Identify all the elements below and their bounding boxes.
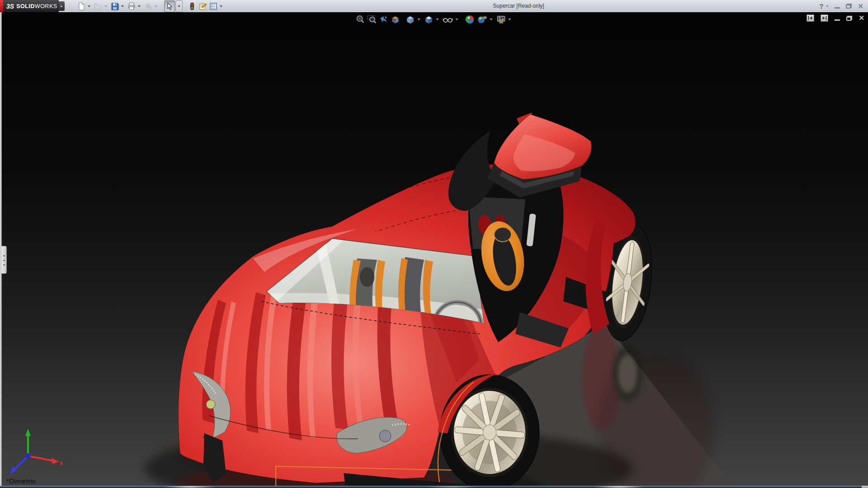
zoom-area-icon <box>367 14 377 24</box>
solidworks-window: 3S SOLIDWORKS ▸ <box>0 0 868 488</box>
triangle-left-icon: ◂ <box>3 263 5 266</box>
zoom-fit-icon <box>355 14 365 24</box>
close-button[interactable]: ✕ <box>858 2 863 10</box>
chevron-down-icon[interactable] <box>509 19 511 20</box>
brand-name: SOLIDWORKS <box>16 3 57 9</box>
open-button[interactable] <box>93 0 109 12</box>
save-floppy-icon <box>110 2 119 11</box>
zoom-to-fit-button[interactable] <box>354 14 366 25</box>
previous-view-button[interactable] <box>378 14 390 25</box>
chevron-down-icon[interactable] <box>456 19 458 20</box>
chevron-down-icon[interactable] <box>826 5 829 7</box>
scene-sphere-flag-icon <box>477 14 488 24</box>
document-title: Supercar [Read-only] <box>476 0 561 12</box>
view-cube-icon <box>406 14 415 24</box>
taskbar-glow <box>425 486 479 488</box>
eyeglasses-icon <box>443 14 453 24</box>
pane-collapse-left-icon <box>808 16 813 20</box>
design-binder-button[interactable] <box>197 0 208 12</box>
options-button[interactable] <box>208 0 225 12</box>
supercar-3d-model[interactable] <box>0 12 868 486</box>
doc-minimize-button[interactable] <box>835 19 840 21</box>
triangle-left-icon: ◂ <box>3 254 5 257</box>
save-button[interactable] <box>109 0 126 12</box>
help-button[interactable]: ? <box>819 2 823 10</box>
select-dropdown[interactable] <box>175 0 183 12</box>
print-button[interactable] <box>126 0 143 12</box>
chevron-down-icon[interactable] <box>490 19 493 20</box>
chevron-down-icon[interactable] <box>138 5 141 7</box>
section-view-button[interactable] <box>390 14 401 25</box>
view-orientation-label: *Dimetric <box>6 477 36 485</box>
y-axis-arrow <box>25 429 31 436</box>
taskbar-edge <box>0 486 868 488</box>
taskbar-glow <box>163 486 217 488</box>
selection-filter-button[interactable] <box>187 0 197 12</box>
doc-restore-button[interactable] <box>846 16 852 21</box>
restore-button[interactable] <box>846 4 852 9</box>
window-controls: ? ✕ <box>819 0 863 12</box>
headsup-view-toolbar <box>354 14 514 25</box>
undo-button[interactable] <box>143 0 160 12</box>
x-axis-arrow <box>52 458 59 464</box>
notebook-pencil-icon <box>198 2 207 11</box>
pane-left-button[interactable] <box>807 14 814 22</box>
view-settings-icon <box>496 14 506 24</box>
chevron-down-icon[interactable] <box>121 5 124 7</box>
title-bar: 3S SOLIDWORKS ▸ <box>0 0 868 13</box>
appearance-sphere-icon <box>465 14 475 24</box>
chevron-down-icon[interactable] <box>178 5 180 7</box>
standard-toolbar <box>76 0 225 12</box>
chevron-down-icon <box>104 5 107 7</box>
pane-right-button[interactable] <box>821 14 828 22</box>
taskbar-glow <box>592 486 646 488</box>
apply-scene-button[interactable] <box>476 14 495 25</box>
3ds-logo-icon: 3S <box>6 3 14 10</box>
hide-show-items-button[interactable] <box>442 14 461 25</box>
new-button[interactable] <box>76 0 93 12</box>
panel-expander-tab[interactable]: ◂ ◂ ◂ <box>1 246 7 274</box>
chevron-down-icon[interactable] <box>220 5 222 7</box>
previous-view-icon <box>379 14 389 24</box>
chevron-down-icon <box>155 5 157 7</box>
edit-appearance-button[interactable] <box>464 14 476 25</box>
display-style-button[interactable] <box>423 14 442 25</box>
x-axis-label: x <box>60 460 63 466</box>
logo-red-stripe <box>0 0 3 12</box>
document-window-controls: ✕ <box>807 14 864 22</box>
view-orientation-button[interactable] <box>405 14 423 25</box>
reference-triad: x <box>6 425 65 475</box>
menu-flyout-arrow[interactable]: ▸ <box>59 1 65 11</box>
minimize-button[interactable] <box>835 7 840 9</box>
chevron-down-icon[interactable] <box>436 19 439 20</box>
checklist-icon <box>209 2 218 11</box>
triangle-left-icon: ◂ <box>3 258 5 262</box>
solidworks-logo: 3S SOLIDWORKS <box>0 0 59 12</box>
chevron-down-icon[interactable] <box>88 5 90 7</box>
z-axis-arrow <box>10 466 16 474</box>
zoom-to-area-button[interactable] <box>366 14 378 25</box>
display-style-icon <box>424 14 434 24</box>
chevron-down-icon[interactable] <box>418 19 420 20</box>
graphics-viewport[interactable]: ✕ ◂ ◂ ◂ x *Dimetric <box>0 12 868 486</box>
view-settings-button[interactable] <box>495 14 514 25</box>
select-button[interactable] <box>164 0 175 12</box>
resize-grip[interactable] <box>862 486 868 488</box>
cursor-arrow-icon <box>165 2 174 11</box>
new-document-icon <box>77 2 86 11</box>
printer-icon <box>127 2 136 11</box>
section-view-icon <box>391 14 401 24</box>
open-folder-icon <box>94 2 103 11</box>
undo-arrow-icon <box>144 2 153 11</box>
doc-close-button[interactable]: ✕ <box>859 15 864 21</box>
traffic-light-icon <box>188 2 196 11</box>
pane-expand-right-icon <box>822 16 827 20</box>
